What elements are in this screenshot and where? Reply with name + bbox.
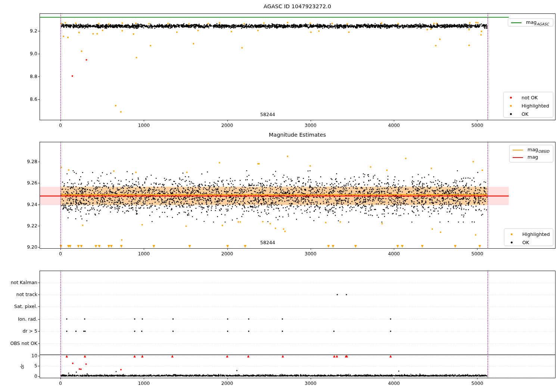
legend-item-highlighted: Highlighted	[507, 230, 550, 238]
x-tick-label: 5000	[465, 122, 489, 128]
y-tick-label: 9.26	[13, 180, 37, 186]
legend-label: OK	[522, 111, 528, 117]
flag-tick-label: Ion. rad.	[2, 316, 37, 322]
x-tick-label: 3000	[299, 122, 323, 128]
flag-tick-label: not Kalman	[2, 280, 37, 285]
legend-mag-lines: magOBSID mag	[509, 145, 553, 162]
x-tick-label: 5000	[465, 380, 489, 386]
legend-label: Highlighted	[522, 103, 549, 109]
legend-label: magAGASC	[526, 19, 549, 26]
y-tick-label: 9.22	[13, 223, 37, 228]
top-chart-title: AGASC ID 1047923272.0	[40, 3, 555, 9]
obsid-label-top: 58244	[251, 112, 284, 117]
orange-line-sample-icon	[513, 150, 523, 151]
y-tick-label: 8.6	[13, 96, 37, 102]
x-tick-label: 2000	[215, 251, 239, 256]
legend-label: Highlighted	[522, 231, 550, 237]
legend-label: mag	[528, 154, 538, 161]
legend-item-mag-obsid: magOBSID	[513, 146, 550, 154]
orange-dot-icon	[511, 233, 513, 235]
obsid-label-middle: 58244	[251, 240, 284, 245]
x-tick-label: 1000	[132, 122, 156, 128]
y-tick-label: 8.8	[13, 74, 37, 79]
x-tick-label: 2000	[215, 122, 239, 128]
flag-tick-label: Sat. pixel.	[2, 304, 37, 309]
legend-label: not OK	[522, 95, 538, 100]
legend-item-mag: mag	[513, 154, 550, 161]
legend-item-mag-agasc: magAGASC	[511, 19, 550, 27]
flag-tick-label: dr > 5	[2, 328, 37, 334]
legend-label: OK	[522, 240, 529, 245]
y-tick-label: 5	[13, 363, 37, 368]
x-tick-label: 2000	[215, 380, 239, 386]
middle-chart-title: Magnitude Estimates	[40, 132, 555, 138]
black-dot-icon	[510, 113, 512, 115]
red-dot-icon	[510, 97, 512, 99]
red-line-sample-icon	[513, 157, 523, 158]
x-tick-label: 5000	[465, 251, 489, 256]
x-tick-label: 4000	[382, 380, 406, 386]
plot-canvas	[0, 0, 560, 392]
x-tick-label: 4000	[382, 122, 406, 128]
x-tick-label: 4000	[382, 251, 406, 256]
legend-item-highlighted: Highlighted	[507, 102, 550, 110]
legend-item-ok: OK	[507, 110, 550, 118]
y-tick-label: 9.2	[13, 28, 37, 34]
legend-label: magOBSID	[528, 147, 549, 153]
x-tick-label: 3000	[299, 251, 323, 256]
x-tick-label: 1000	[132, 380, 156, 386]
flag-tick-label: OBS not OK	[2, 340, 37, 346]
y-tick-label: 9.24	[13, 202, 37, 207]
green-line-sample-icon	[511, 22, 522, 24]
black-dot-icon	[511, 242, 513, 243]
x-tick-label: 1000	[132, 251, 156, 256]
legend-top-status: not OK Highlighted OK	[503, 92, 553, 118]
y-tick-label: 9.20	[13, 244, 37, 250]
legend-item-ok: OK	[507, 238, 550, 246]
x-tick-label: 0	[49, 122, 72, 128]
figure: AGASC ID 1047923272.0 Magnitude Estimate…	[0, 0, 560, 392]
x-tick-label: 0	[49, 251, 72, 256]
y-tick-label: 10	[13, 353, 37, 358]
y-tick-label: 9.28	[13, 159, 37, 164]
flag-tick-label: not track	[2, 292, 37, 297]
orange-dot-icon	[510, 105, 512, 107]
x-tick-label: 0	[49, 380, 72, 386]
y-tick-label: 0	[13, 373, 37, 379]
legend-middle-status: Highlighted OK	[504, 228, 553, 246]
x-tick-label: 3000	[299, 380, 323, 386]
y-tick-label: 9.0	[13, 51, 37, 56]
legend-item-not-ok: not OK	[507, 93, 550, 102]
legend-mag-agasc: magAGASC	[508, 18, 553, 27]
